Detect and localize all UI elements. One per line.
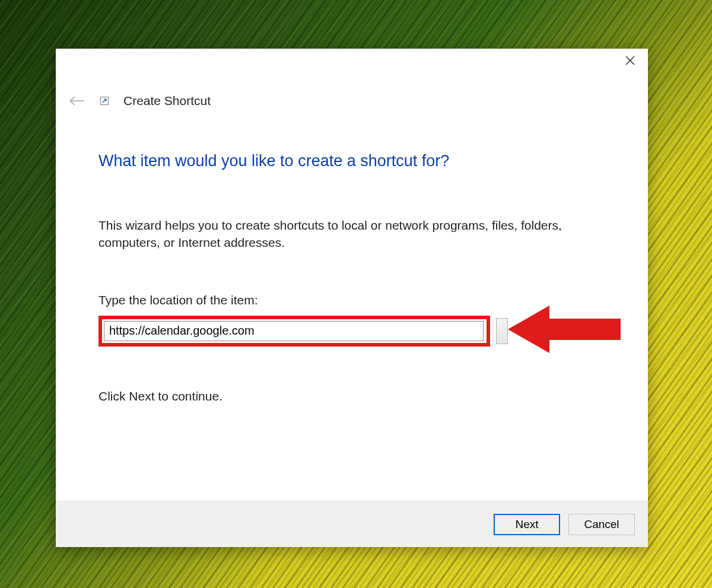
dialog-footer: Next Cancel: [56, 501, 648, 547]
location-input-row: [98, 316, 605, 347]
close-button[interactable]: [612, 49, 648, 72]
next-button[interactable]: Next: [494, 514, 560, 535]
dialog-header: Create Shortcut: [56, 80, 648, 110]
browse-button[interactable]: [496, 318, 508, 344]
dialog-body: What item would you like to create a sho…: [56, 110, 648, 501]
dialog-titlebar: [56, 49, 648, 80]
cancel-button[interactable]: Cancel: [568, 514, 635, 535]
continue-hint: Click Next to continue.: [98, 389, 605, 403]
dialog-title: Create Shortcut: [123, 94, 211, 108]
wizard-description: This wizard helps you to create shortcut…: [98, 217, 605, 252]
shortcut-icon: [100, 96, 109, 106]
wizard-heading: What item would you like to create a sho…: [98, 152, 605, 170]
close-icon: [625, 56, 635, 65]
svg-marker-4: [508, 306, 621, 353]
location-input[interactable]: [104, 321, 484, 341]
back-arrow-icon: [66, 91, 85, 110]
create-shortcut-dialog: Create Shortcut What item would you like…: [56, 49, 648, 547]
annotation-arrow-icon: [508, 303, 627, 356]
annotation-highlight: [98, 316, 490, 347]
